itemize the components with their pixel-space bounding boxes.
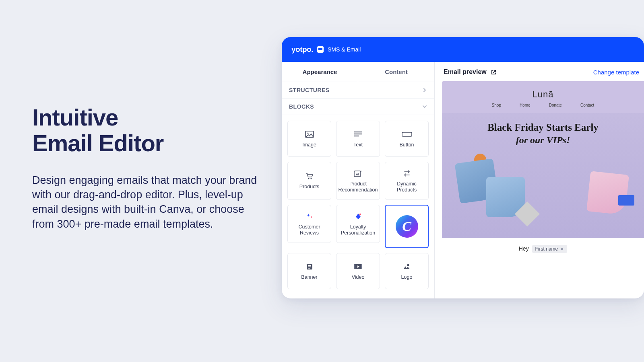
svg-point-10: [359, 214, 361, 215]
block-text-label: Text: [353, 142, 363, 148]
swap-icon: [403, 169, 411, 178]
merge-token-firstname[interactable]: First name ✕: [532, 245, 568, 253]
video-icon: [354, 262, 363, 271]
block-products[interactable]: Products: [287, 162, 331, 200]
change-template-link[interactable]: Change template: [593, 69, 639, 76]
svg-rect-4: [354, 136, 359, 136]
block-button-label: Button: [399, 142, 414, 148]
svg-rect-2: [354, 132, 362, 132]
svg-rect-13: [308, 266, 311, 267]
svg-rect-3: [354, 134, 362, 134]
block-banner[interactable]: Banner: [287, 253, 331, 289]
block-logo-label: Logo: [401, 274, 413, 280]
email-brand: Lunā: [442, 81, 644, 103]
email-greeting-row: Hey First name ✕: [442, 238, 644, 260]
canva-icon: C: [396, 215, 418, 238]
preview-title: Email preview: [444, 68, 487, 76]
marketing-body: Design engaging emails that match your b…: [32, 173, 258, 232]
svg-rect-12: [308, 265, 311, 266]
block-video[interactable]: Video: [336, 253, 380, 289]
block-reviews-label: Customer Reviews: [289, 224, 329, 236]
text-icon: [354, 130, 362, 139]
svg-rect-14: [308, 268, 310, 269]
svg-text:AI: AI: [356, 173, 359, 176]
email-nav: Shop Home Donate Contact: [442, 103, 644, 113]
section-structures-label: STRUCTURES: [289, 87, 330, 93]
app-header: yotpo. SMS & Email: [282, 37, 644, 62]
brand-logo-text: yotpo.: [291, 45, 313, 54]
svg-rect-16: [354, 264, 355, 269]
block-canva[interactable]: C: [385, 205, 429, 248]
email-headline-1: Black Friday Starts Early: [450, 122, 636, 133]
chevron-down-icon: [422, 104, 427, 109]
panel-tabs: Appearance Content: [282, 62, 434, 82]
marketing-copy: Intuitive Email Editor Design engaging e…: [32, 105, 258, 231]
block-video-label: Video: [352, 274, 365, 280]
external-link-icon[interactable]: [491, 69, 497, 75]
block-logo[interactable]: Logo: [385, 253, 429, 289]
svg-point-7: [310, 178, 312, 179]
svg-point-6: [308, 178, 309, 179]
image-icon: [305, 130, 314, 139]
svg-rect-17: [361, 264, 362, 269]
section-blocks[interactable]: BLOCKS: [282, 99, 434, 115]
block-loyalty-label: Loyalty Personalization: [338, 224, 378, 236]
block-text[interactable]: Text: [336, 121, 380, 157]
email-hero: Black Friday Starts Early for our VIPs!: [442, 113, 644, 238]
svg-rect-5: [402, 132, 412, 136]
block-image[interactable]: Image: [287, 121, 331, 157]
svg-point-1: [307, 132, 308, 134]
editor-panel: Appearance Content STRUCTURES BLOCKS: [282, 62, 435, 298]
nav-donate[interactable]: Donate: [549, 103, 562, 107]
block-dynamic-products-label: Dynamic Products: [387, 181, 427, 193]
marketing-title: Intuitive Email Editor: [32, 105, 258, 156]
svg-point-18: [407, 264, 409, 266]
preview-header: Email preview Change template: [442, 62, 644, 81]
preview-panel: Email preview Change template Lunā Shop …: [435, 62, 644, 298]
email-headline-2: for our VIPs!: [450, 135, 636, 146]
brand-badge-icon: [317, 46, 324, 53]
section-structures[interactable]: STRUCTURES: [282, 82, 434, 99]
block-product-recommendation[interactable]: AI Product Recommendation: [336, 162, 380, 200]
nav-home[interactable]: Home: [520, 103, 530, 107]
token-label: First name: [535, 246, 558, 252]
greeting-text: Hey: [519, 245, 529, 252]
product-shoe-pink: [586, 171, 629, 215]
loyalty-icon: [354, 212, 362, 221]
cart-icon: [305, 172, 314, 181]
block-dynamic-products[interactable]: Dynamic Products: [385, 162, 429, 200]
block-loyalty[interactable]: Loyalty Personalization: [336, 205, 380, 243]
app-window: yotpo. SMS & Email Appearance Content ST…: [282, 37, 644, 298]
email-top: Lunā Shop Home Donate Contact: [442, 81, 644, 113]
product-name: SMS & Email: [328, 46, 361, 53]
logo-icon: [403, 262, 411, 271]
ai-icon: AI: [354, 169, 363, 178]
tab-content[interactable]: Content: [358, 62, 434, 82]
tab-appearance[interactable]: Appearance: [282, 62, 358, 82]
banner-icon: [306, 262, 313, 271]
block-button[interactable]: Button: [385, 121, 429, 157]
block-products-label: Products: [299, 184, 319, 189]
section-blocks-label: BLOCKS: [289, 103, 314, 110]
nav-contact[interactable]: Contact: [580, 103, 594, 107]
chevron-right-icon: [422, 88, 427, 93]
block-customer-reviews[interactable]: Customer Reviews: [287, 205, 331, 243]
blocks-grid: Image Text Button: [282, 115, 434, 295]
decor-block-icon: [618, 195, 634, 206]
email-preview: Lunā Shop Home Donate Contact Black Frid…: [442, 81, 644, 298]
block-banner-label: Banner: [301, 274, 317, 280]
block-image-label: Image: [302, 142, 316, 148]
button-icon: [402, 130, 412, 139]
close-icon[interactable]: ✕: [560, 247, 564, 252]
nav-shop[interactable]: Shop: [492, 103, 501, 107]
product-illustration: [450, 153, 636, 233]
reviews-icon: [305, 212, 314, 221]
block-product-reco-label: Product Recommendation: [338, 181, 378, 193]
